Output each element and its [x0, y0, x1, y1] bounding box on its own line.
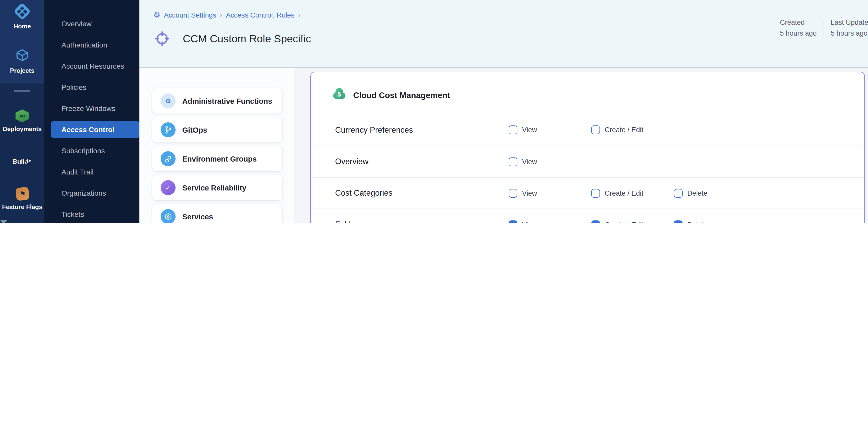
permission-rows: Currency Preferences View Create / Edit … — [311, 114, 864, 223]
rail-section-modules: ∞ Deployments Builds ⚑ Feature Flags — [0, 83, 44, 223]
panel-header: $ Cloud Cost Management — [311, 72, 864, 114]
permission-row-currency-preferences: Currency Preferences View Create / Edit — [311, 114, 864, 146]
permission-checkbox-label: View — [522, 189, 537, 197]
permission-cell: View — [508, 157, 591, 166]
sidenav-list: OverviewAuthenticationAccount ResourcesP… — [44, 0, 140, 223]
sidenav-item-freeze-windows[interactable]: Freeze Windows — [44, 98, 140, 119]
permission-cell: Delete — [674, 189, 756, 197]
rail-item-feature-flags[interactable]: ⚑ Feature Flags — [0, 187, 44, 211]
resource-item-administrative-functions[interactable]: ⚙ Administrative Functions — [152, 88, 282, 114]
create-edit-checkbox[interactable]: ✓ — [591, 220, 600, 223]
permission-cell: ✓ View — [508, 220, 591, 223]
permission-cells: View Create / Edit — [508, 125, 756, 134]
create-edit-checkbox[interactable] — [591, 125, 600, 134]
rail-drag-handle[interactable] — [14, 90, 30, 92]
permission-cell: Create / Edit — [591, 189, 674, 197]
permission-checkbox-label: Delete — [687, 221, 707, 223]
permission-row-cost-categories: Cost Categories View Create / Edit Delet… — [311, 177, 864, 209]
delete-checkbox[interactable]: ✓ — [674, 220, 683, 223]
rail-item-label: Home — [14, 23, 31, 30]
sidenav-item-label: Organizations — [44, 185, 140, 201]
sidenav-item-tickets[interactable]: Tickets — [44, 203, 140, 223]
rail-item-projects[interactable]: Projects — [0, 49, 44, 74]
meta-divider — [823, 19, 824, 40]
resource-item-label: GitOps — [182, 126, 207, 134]
git-branch-icon — [161, 122, 176, 137]
account-settings-nav: OverviewAuthenticationAccount ResourcesP… — [44, 0, 140, 223]
sidenav-item-access-control[interactable]: Access Control — [44, 119, 140, 140]
role-target-icon — [153, 30, 171, 50]
sidenav-item-label: Policies — [44, 79, 140, 95]
page-header: ⚙ Account Settings › Access Control: Rol… — [140, 0, 868, 68]
permission-row-label: Folders — [335, 220, 508, 223]
resource-category-column: ⚙ Administrative Functions GitOps En — [140, 68, 294, 223]
permission-cells: View — [508, 157, 756, 166]
permission-checkbox-label: Create / Edit — [604, 221, 643, 223]
permission-cell: View — [508, 125, 591, 134]
sidenav-item-overview[interactable]: Overview — [44, 13, 140, 34]
sidenav-item-label: Overview — [44, 15, 140, 32]
cloud-cost-management-panel: $ Cloud Cost Management Currency Prefere… — [310, 72, 865, 223]
create-edit-checkbox[interactable] — [591, 189, 600, 197]
rail-item-deployments[interactable]: ∞ Deployments — [0, 109, 44, 133]
sidenav-item-label: Access Control — [51, 121, 140, 137]
sidenav-item-account-resources[interactable]: Account Resources — [44, 55, 140, 76]
panel-title: Cloud Cost Management — [353, 91, 450, 100]
resource-item-services[interactable]: Services — [152, 204, 282, 223]
permission-checkbox-label: Create / Edit — [604, 126, 643, 134]
resource-item-label: Environment Groups — [182, 155, 257, 163]
main-content: ⚙ Account Settings › Access Control: Rol… — [140, 0, 868, 223]
permission-row-overview: Overview View — [311, 146, 864, 177]
permission-cells: ✓ View ✓ Create / Edit ✓ Delete — [508, 220, 756, 223]
permission-cell: ✓ Create / Edit — [591, 220, 674, 223]
resource-item-environment-groups[interactable]: Environment Groups — [152, 146, 282, 171]
breadcrumb-access-control-roles[interactable]: Access Control: Roles — [226, 11, 294, 19]
view-checkbox[interactable] — [508, 189, 517, 197]
permission-checkbox-label: Delete — [687, 189, 707, 197]
home-icon — [16, 5, 28, 18]
gear-icon: ⚙ — [153, 11, 160, 19]
reliability-check-icon: ✓ — [161, 180, 176, 195]
rail-item-home[interactable]: Home — [0, 0, 44, 30]
view-checkbox[interactable]: ✓ — [508, 220, 517, 223]
sidenav-item-label: Account Resources — [44, 58, 140, 74]
permission-row-label: Overview — [335, 157, 508, 166]
sidenav-item-authentication[interactable]: Authentication — [44, 34, 140, 55]
page-title: CCM Custom Role Specific — [183, 33, 311, 45]
permission-checkbox-label: View — [522, 126, 537, 134]
sidenav-item-label: Tickets — [44, 206, 140, 222]
sidenav-item-subscriptions[interactable]: Subscriptions — [44, 140, 140, 161]
sidenav-item-label: Authentication — [44, 36, 140, 53]
module-rail: Home Projects ∞ Deployments Builds ⚑ Fea — [0, 0, 44, 223]
breadcrumb: ⚙ Account Settings › Access Control: Rol… — [153, 11, 301, 19]
sidenav-item-label: Subscriptions — [44, 142, 140, 159]
rail-item-builds[interactable]: Builds — [0, 155, 44, 165]
cloud-dollar-icon: $ — [332, 86, 347, 101]
breadcrumb-account-settings[interactable]: Account Settings — [164, 11, 216, 19]
rail-item-label: Projects — [10, 67, 35, 74]
rail-item-label: Deployments — [3, 125, 42, 133]
rail-item-label: Feature Flags — [2, 203, 42, 211]
app-window: Home Projects ∞ Deployments Builds ⚑ Fea — [0, 0, 868, 223]
rail-section-top: Home Projects — [0, 0, 44, 83]
resource-item-service-reliability[interactable]: ✓ Service Reliability — [152, 175, 282, 200]
created-label: Created — [780, 19, 817, 26]
permission-cells: View Create / Edit Delete — [508, 189, 756, 197]
breadcrumb-separator: › — [220, 11, 222, 19]
view-checkbox[interactable] — [508, 157, 517, 166]
sidenav-item-audit-trail[interactable]: Audit Trail — [44, 161, 140, 182]
permission-row-label: Cost Categories — [335, 188, 508, 198]
view-checkbox[interactable] — [508, 125, 517, 134]
service-hexagon-icon — [161, 209, 176, 223]
resource-item-gitops[interactable]: GitOps — [152, 117, 282, 142]
permission-cell: ✓ Delete — [674, 220, 756, 223]
permission-checkbox-label: Create / Edit — [604, 189, 643, 197]
flag-icon: ⚑ — [16, 187, 29, 200]
delete-checkbox[interactable] — [674, 189, 683, 197]
sidenav-item-organizations[interactable]: Organizations — [44, 182, 140, 203]
sidenav-item-label: Audit Trail — [44, 163, 140, 180]
permission-checkbox-label: View — [522, 221, 537, 223]
gear-icon: ⚙ — [161, 93, 176, 108]
sidenav-item-label: Freeze Windows — [44, 100, 140, 117]
sidenav-item-policies[interactable]: Policies — [44, 76, 140, 98]
